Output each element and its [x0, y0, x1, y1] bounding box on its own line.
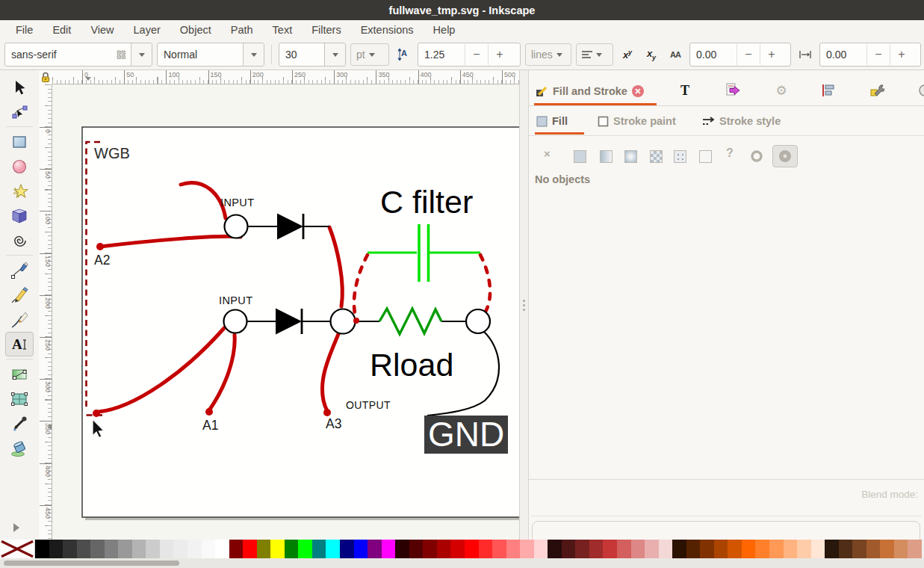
input-top-label[interactable]: INPUT	[220, 197, 255, 209]
palette-swatch[interactable]	[894, 540, 908, 558]
paint-flat-color-button[interactable]	[574, 150, 586, 163]
palette-swatch[interactable]	[839, 540, 853, 558]
paint-none-button[interactable]: ×	[544, 147, 551, 160]
palette-swatch[interactable]	[755, 540, 769, 558]
drawing-canvas[interactable]: GND WGB INPUT INPUT C filter Rload OUTPU…	[52, 84, 519, 540]
palette-swatch[interactable]	[575, 540, 589, 558]
palette-swatch[interactable]	[354, 540, 368, 558]
paint-swatch-button[interactable]	[699, 150, 712, 163]
a2-label[interactable]: A2	[94, 253, 110, 268]
letter-spacing-spinner[interactable]: 0.00 − +	[689, 43, 791, 67]
word-spacing-spinner[interactable]: 0.00 − +	[819, 43, 921, 67]
tool-calligraphy[interactable]	[5, 307, 34, 332]
palette-swatch[interactable]	[797, 540, 811, 558]
palette-swatch[interactable]	[465, 540, 479, 558]
tab-preferences[interactable]: ⚙	[771, 80, 792, 101]
palette-swatch[interactable]	[146, 540, 160, 558]
menu-view[interactable]: View	[81, 20, 123, 40]
palette-swatch[interactable]	[105, 540, 119, 558]
font-style-dropdown-arrow[interactable]	[243, 43, 264, 66]
palette-swatch[interactable]	[215, 540, 229, 558]
palette-swatch[interactable]	[811, 540, 825, 558]
terminal-input-top[interactable]	[225, 215, 248, 238]
palette-swatch[interactable]	[77, 540, 91, 558]
tool-gradient[interactable]	[5, 362, 34, 386]
palette-swatch[interactable]	[617, 540, 631, 558]
tab-more[interactable]	[914, 80, 924, 101]
palette-swatch[interactable]	[450, 540, 465, 558]
palette-swatch[interactable]	[90, 540, 105, 558]
tool-pencil[interactable]	[5, 283, 34, 307]
tool-text[interactable]: A	[5, 332, 34, 356]
menu-path[interactable]: Path	[221, 20, 263, 40]
palette-swatch[interactable]	[63, 540, 77, 558]
palette-swatch[interactable]	[672, 540, 686, 558]
line-height-spinner[interactable]: 1.25 − +	[418, 43, 521, 67]
tool-ellipse[interactable]	[5, 154, 34, 179]
a3-label[interactable]: A3	[326, 416, 341, 431]
tool-spiral[interactable]	[5, 228, 34, 253]
panel-resize-handle[interactable]	[519, 70, 528, 540]
dot-corner[interactable]	[93, 410, 100, 417]
tool-node-editor[interactable]	[5, 99, 34, 124]
menu-filters[interactable]: Filters	[302, 20, 350, 40]
dot-a2[interactable]	[96, 243, 104, 250]
font-family-select[interactable]: sans-serif	[4, 43, 152, 67]
palette-swatch[interactable]	[728, 540, 742, 558]
toolbox-expand-arrow[interactable]	[13, 523, 24, 532]
palette-swatch[interactable]	[257, 540, 271, 558]
a1-label[interactable]: A1	[202, 418, 218, 433]
line-height-decrease-button[interactable]: −	[465, 44, 488, 65]
tool-dropper[interactable]	[5, 411, 34, 436]
terminal-right-node[interactable]	[466, 309, 490, 333]
line-height-unit-select[interactable]: lines	[525, 43, 571, 66]
palette-swatch[interactable]	[769, 540, 784, 558]
palette-swatch[interactable]	[132, 540, 146, 558]
palette-swatch[interactable]	[852, 540, 866, 558]
close-dialog-button[interactable]: ✕	[632, 85, 644, 97]
palette-swatch[interactable]	[382, 540, 396, 558]
fill-rule-evenodd-button[interactable]	[744, 145, 769, 167]
word-spacing-increase-button[interactable]: +	[890, 44, 913, 65]
horizontal-ruler[interactable]: 050100150200250300350400450500	[52, 70, 519, 84]
palette-swatch[interactable]	[49, 540, 63, 558]
palette-swatch[interactable]	[562, 540, 576, 558]
palette-swatch[interactable]	[784, 540, 798, 558]
tool-selector[interactable]	[5, 75, 34, 99]
palette-scrollbar[interactable]	[0, 558, 924, 568]
unit-select[interactable]: pt	[350, 43, 389, 66]
terminal-center-node[interactable]	[331, 309, 356, 334]
palette-swatch[interactable]	[409, 540, 424, 558]
palette-swatch[interactable]	[659, 540, 673, 558]
tool-rectangle[interactable]	[5, 129, 34, 154]
palette-swatch[interactable]	[35, 540, 49, 558]
letter-spacing-decrease-button[interactable]: −	[737, 44, 760, 65]
superscript-button[interactable]: xy	[618, 44, 637, 65]
palette-swatch[interactable]	[118, 540, 132, 558]
palette-swatch[interactable]	[645, 540, 659, 558]
dot-node[interactable]	[353, 318, 359, 324]
tool-mesh-gradient[interactable]	[5, 386, 34, 411]
tab-export[interactable]	[723, 80, 744, 101]
line-height-increase-button[interactable]: +	[488, 44, 511, 65]
paint-mesh-gradient-button[interactable]	[674, 150, 686, 163]
ruler-corner[interactable]	[39, 70, 52, 84]
palette-swatch[interactable]	[312, 540, 326, 558]
palette-swatch[interactable]	[686, 540, 701, 558]
tab-fill-and-stroke[interactable]: Fill and Stroke ✕	[533, 79, 647, 103]
palette-swatch[interactable]	[825, 540, 839, 558]
tool-star[interactable]	[5, 179, 34, 203]
palette-swatch[interactable]	[492, 540, 506, 558]
palette-swatch[interactable]	[520, 540, 534, 558]
palette-swatch[interactable]	[603, 540, 617, 558]
tool-paint-bucket[interactable]	[5, 436, 34, 460]
menu-file[interactable]: File	[6, 20, 43, 40]
palette-swatch[interactable]	[270, 540, 285, 558]
dot-a3[interactable]	[323, 409, 331, 416]
c-filter-label[interactable]: C filter	[380, 184, 473, 220]
tab-text-and-font[interactable]: T	[675, 80, 696, 101]
palette-swatch[interactable]	[437, 540, 451, 558]
palette-swatch[interactable]	[866, 540, 881, 558]
palette-swatch[interactable]	[340, 540, 354, 558]
menu-layer[interactable]: Layer	[124, 20, 170, 40]
